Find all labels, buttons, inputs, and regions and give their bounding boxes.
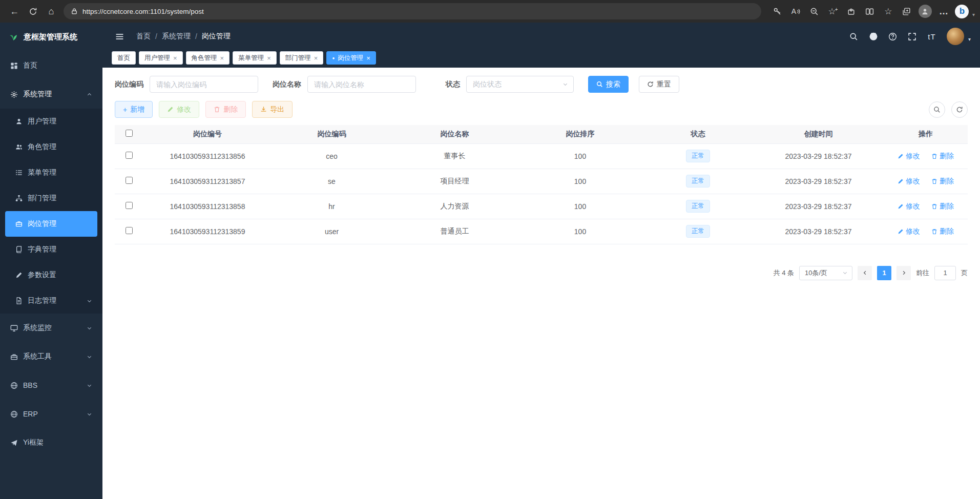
select-all-checkbox[interactable] <box>126 130 133 137</box>
reset-button[interactable]: 重置 <box>639 76 679 93</box>
next-page-button[interactable] <box>896 266 911 280</box>
edit-button[interactable]: 修改 <box>159 101 199 118</box>
sidebar-item-tools[interactable]: 系统工具 <box>0 342 102 371</box>
show-search-toggle-button[interactable] <box>929 101 945 118</box>
add-favorite-button[interactable]: ☆+ <box>824 3 842 19</box>
system-submenu: 用户管理 角色管理 菜单管理 部门管理 岗位管理 <box>0 109 102 314</box>
goto-page-input[interactable] <box>934 266 956 280</box>
cell-post-name: 普通员工 <box>392 219 517 244</box>
row-delete-button[interactable]: 删除 <box>931 152 954 161</box>
tab-menu-management[interactable]: 菜单管理 × <box>233 51 277 65</box>
extensions-button[interactable] <box>842 3 861 19</box>
breadcrumb-home[interactable]: 首页 <box>136 32 151 41</box>
cell-post-code: user <box>272 219 392 244</box>
row-delete-button[interactable]: 删除 <box>931 177 954 186</box>
row-edit-button[interactable]: 修改 <box>898 152 920 161</box>
tab-close-icon[interactable]: × <box>220 54 224 62</box>
bing-chat-button[interactable]: b <box>953 3 971 19</box>
sidebar-collapse-button[interactable] <box>112 29 127 44</box>
dashboard-icon <box>10 62 18 70</box>
sidebar-item-roles[interactable]: 角色管理 <box>0 134 102 160</box>
row-edit-button[interactable]: 修改 <box>898 177 920 186</box>
sidebar-item-logs[interactable]: 日志管理 <box>0 288 102 314</box>
refresh-table-button[interactable] <box>951 101 968 118</box>
status-select[interactable]: 岗位状态 <box>466 76 574 93</box>
row-edit-button[interactable]: 修改 <box>898 202 920 211</box>
sidebar-item-bbs[interactable]: BBS <box>0 371 102 400</box>
row-checkbox[interactable] <box>126 202 133 209</box>
page-number-1[interactable]: 1 <box>877 266 891 280</box>
col-status: 状态 <box>643 125 753 143</box>
refresh-icon <box>29 7 37 16</box>
tab-user-management[interactable]: 用户管理 × <box>139 51 183 65</box>
collections-icon <box>902 7 911 16</box>
sidebar-item-parameters[interactable]: 参数设置 <box>0 262 102 288</box>
export-button[interactable]: 导出 <box>252 101 293 118</box>
post-code-input[interactable] <box>150 76 258 93</box>
user-avatar[interactable] <box>947 28 964 45</box>
sidebar-item-label: 字典管理 <box>28 245 92 254</box>
tab-home[interactable]: 首页 <box>112 51 136 65</box>
row-delete-button[interactable]: 删除 <box>931 202 954 211</box>
split-screen-button[interactable] <box>861 3 879 19</box>
password-key-button[interactable] <box>768 3 787 19</box>
sidebar-item-users[interactable]: 用户管理 <box>0 109 102 134</box>
status-badge: 正常 <box>686 225 710 238</box>
search-button[interactable]: 搜索 <box>588 76 629 93</box>
browser-refresh-button[interactable] <box>24 3 42 19</box>
key-icon <box>773 7 782 16</box>
col-post-id: 岗位编号 <box>143 125 272 143</box>
tab-close-icon[interactable]: × <box>173 54 177 62</box>
header-search-button[interactable] <box>846 29 862 44</box>
sidebar-item-home[interactable]: 首页 <box>0 51 102 80</box>
prev-page-button[interactable] <box>858 266 872 280</box>
row-checkbox[interactable] <box>126 227 133 234</box>
tab-close-icon[interactable]: × <box>366 54 370 62</box>
collections-button[interactable] <box>898 3 916 19</box>
sidebar-item-departments[interactable]: 部门管理 <box>0 185 102 211</box>
add-button[interactable]: + 新增 <box>115 101 153 118</box>
cell-created-time: 2023-03-29 18:52:37 <box>753 194 884 219</box>
read-aloud-button[interactable]: A <box>787 3 805 19</box>
sidebar-item-yi-framework[interactable]: Yi框架 <box>0 428 102 457</box>
browser-profile-button[interactable] <box>916 3 934 19</box>
row-edit-button[interactable]: 修改 <box>898 227 920 236</box>
row-checkbox[interactable] <box>126 152 133 159</box>
tab-close-icon[interactable]: × <box>267 54 271 62</box>
edit-pencil-icon <box>898 153 904 159</box>
row-checkbox[interactable] <box>126 177 133 184</box>
sidebar-item-monitor[interactable]: 系统监控 <box>0 314 102 342</box>
puzzle-icon <box>847 7 856 16</box>
row-delete-button[interactable]: 删除 <box>931 227 954 236</box>
bing-caret-icon[interactable]: ▾ <box>972 12 975 19</box>
browser-back-button[interactable]: ← <box>5 3 24 19</box>
post-name-input[interactable] <box>307 76 416 93</box>
sidebar-item-menus[interactable]: 菜单管理 <box>0 160 102 185</box>
sidebar-item-posts[interactable]: 岗位管理 <box>5 211 97 237</box>
chevron-up-icon <box>87 92 92 97</box>
browser-more-button[interactable]: … <box>934 3 953 19</box>
sidebar-item-system[interactable]: 系统管理 <box>0 80 102 109</box>
font-size-button[interactable]: tT <box>924 29 940 44</box>
sidebar-item-erp[interactable]: ERP <box>0 400 102 428</box>
tab-department-management[interactable]: 部门管理 × <box>280 51 324 65</box>
help-button[interactable] <box>885 29 901 44</box>
tab-close-icon[interactable]: × <box>314 54 318 62</box>
address-bar[interactable]: https://ccnetcore.com:1101/system/post <box>64 3 761 19</box>
breadcrumb-system[interactable]: 系统管理 <box>162 32 191 41</box>
avatar-caret-icon[interactable]: ▾ <box>968 36 971 45</box>
tab-role-management[interactable]: 角色管理 × <box>186 51 230 65</box>
github-button[interactable] <box>866 29 881 44</box>
sidebar-item-label: 岗位管理 <box>28 219 87 228</box>
delete-button[interactable]: 删除 <box>205 101 246 118</box>
sidebar-item-dictionary[interactable]: 字典管理 <box>0 237 102 262</box>
status-badge: 正常 <box>686 200 710 213</box>
tab-post-management[interactable]: ● 岗位管理 × <box>326 51 376 65</box>
app-header: 首页 / 系统管理 / 岗位管理 tT <box>102 23 980 50</box>
browser-home-button[interactable]: ⌂ <box>42 3 60 19</box>
page-size-select[interactable]: 10条/页 <box>799 266 852 280</box>
favorites-button[interactable]: ☆ <box>879 3 898 19</box>
zoom-out-button[interactable] <box>805 3 824 19</box>
status-badge: 正常 <box>686 150 710 162</box>
fullscreen-button[interactable] <box>905 29 920 44</box>
